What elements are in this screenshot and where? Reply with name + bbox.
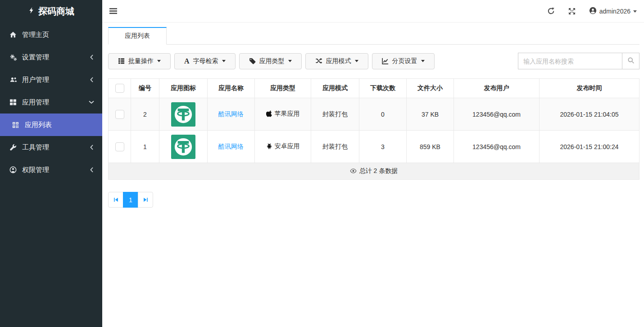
page-settings-button[interactable]: 分页设置 <box>372 53 435 69</box>
gears-icon <box>9 54 22 61</box>
table-header-row: 编号 应用图标 应用名称 应用类型 应用模式 下载次数 文件大小 发布用户 发布… <box>109 79 639 98</box>
select-all-checkbox[interactable] <box>115 84 124 93</box>
users-icon <box>9 76 22 83</box>
username: admin2026 <box>599 8 630 15</box>
sidebar-nav: 管理主页 设置管理 <box>0 23 102 181</box>
header-app-type: 应用类型 <box>255 79 311 98</box>
sidebar-item-users[interactable]: 用户管理 <box>0 68 102 91</box>
chevron-left-icon <box>90 167 94 173</box>
user-menu[interactable]: admin2026 <box>589 7 637 16</box>
letter-search-label: 字母检索 <box>193 57 218 65</box>
sidebar-item-label: 应用管理 <box>22 98 49 107</box>
app-type-button[interactable]: 应用类型 <box>239 53 302 69</box>
cell-app-icon <box>159 98 208 131</box>
cell-file-size: 37 KB <box>407 98 454 131</box>
list-icon <box>118 58 125 64</box>
cell-app-icon <box>159 131 208 163</box>
page-settings-label: 分页设置 <box>392 57 417 65</box>
tab-app-list[interactable]: 应用列表 <box>108 27 167 45</box>
table-total-text: 总计 2 条数据 <box>359 167 398 175</box>
pagination: 1 <box>108 192 153 208</box>
cell-downloads: 0 <box>359 98 407 131</box>
sidebar-item-label: 设置管理 <box>22 53 49 62</box>
table-row: 2 酷讯网络 <box>109 98 639 131</box>
first-page-button[interactable] <box>108 192 123 208</box>
android-icon <box>266 143 272 150</box>
header-publisher: 发布用户 <box>454 79 540 98</box>
last-page-button[interactable] <box>138 192 153 208</box>
caret-down-icon <box>633 10 637 14</box>
cell-app-mode: 封装打包 <box>311 131 359 163</box>
header-app-mode: 应用模式 <box>311 79 359 98</box>
header-id: 编号 <box>131 79 159 98</box>
cell-id: 2 <box>131 98 159 131</box>
sidebar-item-app-list[interactable]: 应用列表 <box>0 114 102 136</box>
user-avatar-icon <box>589 7 597 16</box>
cell-app-type: 安卓应用 <box>266 142 300 150</box>
header-app-icon: 应用图标 <box>159 79 208 98</box>
topbar-right: admin2026 <box>547 7 637 16</box>
bulk-actions-button[interactable]: 批量操作 <box>108 53 171 69</box>
toolbar: 批量操作 A 字母检索 应用类型 应用模式 <box>108 53 639 69</box>
cell-publisher: 123456@qq.com <box>454 98 540 131</box>
sidebar-item-settings[interactable]: 设置管理 <box>0 46 102 68</box>
search-button[interactable] <box>622 53 639 69</box>
header-app-name: 应用名称 <box>208 79 255 98</box>
row-checkbox[interactable] <box>115 110 124 119</box>
header-checkbox-cell <box>109 79 131 98</box>
app-logo: 探码商城 <box>0 0 102 23</box>
sidebar-item-label: 管理主页 <box>22 31 49 39</box>
app-table: 编号 应用图标 应用名称 应用类型 应用模式 下载次数 文件大小 发布用户 发布… <box>108 78 639 180</box>
app-name-link[interactable]: 酷讯网络 <box>218 143 244 150</box>
search-icon <box>627 57 635 65</box>
caret-down-icon <box>421 60 425 64</box>
table-total: 总计 2 条数据 <box>350 167 398 175</box>
header-downloads: 下载次数 <box>359 79 407 98</box>
chevron-left-icon <box>90 145 94 150</box>
sidebar-item-tools[interactable]: 工具管理 <box>0 136 102 159</box>
shuffle-icon <box>315 58 322 64</box>
content: 应用列表 批量操作 A 字母检索 应用类型 <box>102 23 644 327</box>
bolt-icon <box>28 6 35 17</box>
fullscreen-icon[interactable] <box>568 8 576 15</box>
row-checkbox[interactable] <box>115 142 124 151</box>
app-name-link[interactable]: 酷讯网络 <box>218 110 244 118</box>
sidebar-item-apps[interactable]: 应用管理 <box>0 91 102 114</box>
tag-icon <box>249 58 256 64</box>
table-row: 1 酷讯网络 <box>109 131 639 163</box>
caret-down-icon <box>222 60 226 64</box>
sidebar: 探码商城 管理主页 设置管理 <box>0 0 102 327</box>
main-area: admin2026 应用列表 批量操作 A 字母检索 <box>102 0 644 327</box>
app-type-label: 应用类型 <box>259 57 285 65</box>
sidebar-item-home[interactable]: 管理主页 <box>0 23 102 46</box>
caret-down-icon <box>157 60 161 64</box>
refresh-icon[interactable] <box>547 7 555 15</box>
qrcode-icon <box>12 122 25 128</box>
page-number-button[interactable]: 1 <box>123 192 138 208</box>
wrench-icon <box>9 144 22 151</box>
letter-search-button[interactable]: A 字母检索 <box>174 53 236 69</box>
cell-id: 1 <box>131 131 159 163</box>
topbar: admin2026 <box>102 0 644 23</box>
cell-app-type: 苹果应用 <box>266 110 300 118</box>
app-type-text: 苹果应用 <box>275 110 300 118</box>
hamburger-menu-icon[interactable] <box>109 8 117 14</box>
search-input[interactable] <box>518 53 622 69</box>
app-logo-text: 探码商城 <box>38 5 74 18</box>
caret-down-icon <box>288 60 292 64</box>
sidebar-item-label: 权限管理 <box>22 166 49 174</box>
sidebar-item-permissions[interactable]: 权限管理 <box>0 159 102 181</box>
cell-publisher: 123456@qq.com <box>454 131 540 163</box>
home-icon <box>9 31 22 38</box>
app-mode-button[interactable]: 应用模式 <box>305 53 368 69</box>
letter-a-icon: A <box>184 58 190 65</box>
cell-publish-time: 2026-01-15 21:04:05 <box>540 98 639 131</box>
cell-downloads: 3 <box>359 131 407 163</box>
tether-app-icon <box>171 135 195 159</box>
eye-icon <box>350 168 357 174</box>
header-file-size: 文件大小 <box>407 79 454 98</box>
chevron-down-icon <box>89 100 94 104</box>
chevron-left-icon <box>90 54 94 60</box>
tether-app-icon <box>171 102 195 127</box>
tab-bar: 应用列表 <box>108 27 639 45</box>
